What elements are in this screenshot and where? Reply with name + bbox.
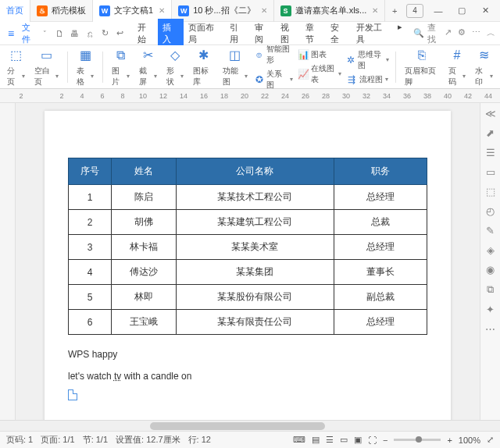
table-row[interactable]: 6王宝峨某某有限责任公司总经理 <box>69 310 427 335</box>
table-cell[interactable]: 王宝峨 <box>112 310 177 335</box>
hamburger-icon[interactable]: ≡ <box>5 27 17 40</box>
sidetool-more-icon[interactable]: ⋯ <box>485 323 495 335</box>
tab-pagelayout[interactable]: 页面布局 <box>184 19 225 48</box>
zoom-in-button[interactable]: + <box>447 436 452 445</box>
rb-picture[interactable]: ⧉图片▾ <box>109 47 132 87</box>
window-count[interactable]: 4 <box>406 4 423 18</box>
share-icon[interactable]: ↗ <box>445 27 452 39</box>
sidetool-box-icon[interactable]: ⬚ <box>486 186 495 197</box>
horizontal-ruler[interactable]: 2246810121416182022242628303234363840424… <box>0 89 500 103</box>
close-icon[interactable]: ✕ <box>261 6 267 15</box>
document-table[interactable]: 序号 姓名 公司名称 职务 1陈启某某技术工程公司总经理2胡佛某某建筑工程公司总… <box>68 158 427 335</box>
rb-relation[interactable]: ✪关系图▾ <box>255 69 294 91</box>
table-cell[interactable]: 某某美术室 <box>176 235 334 260</box>
table-cell[interactable]: 林卡福 <box>112 235 177 260</box>
table-row[interactable]: 3林卡福某某美术室总经理 <box>69 235 427 260</box>
tab-devtools[interactable]: 开发工具 <box>352 19 393 48</box>
scrollbar-thumb[interactable] <box>150 422 325 430</box>
rb-headerfooter[interactable]: ⎘页眉和页脚 <box>402 47 441 87</box>
close-icon[interactable]: ✕ <box>372 6 378 15</box>
view1-icon[interactable]: ▤ <box>312 435 320 445</box>
view4-icon[interactable]: ▣ <box>354 435 362 445</box>
tab-home[interactable]: 首页 <box>0 0 30 22</box>
rb-pagebreak[interactable]: ⬚分页▾ <box>5 47 27 87</box>
search-box[interactable]: 🔍查找 <box>413 22 443 45</box>
tab-insert[interactable]: 插入 <box>158 19 183 48</box>
table-cell[interactable]: 董事长 <box>334 260 427 285</box>
paragraph[interactable]: let's watch tv with a candle on <box>68 371 427 382</box>
rb-table[interactable]: ▦表格▾ <box>74 47 97 87</box>
file-menu[interactable]: 文件 <box>19 22 41 45</box>
sidetool-edit-icon[interactable]: ✎ <box>486 225 495 236</box>
new-doc-icon[interactable]: 🗋 <box>53 27 66 41</box>
rb-chart[interactable]: 📊图表 <box>298 49 341 60</box>
sidetool-diamond-icon[interactable]: ◈ <box>487 244 495 256</box>
expand-icon[interactable]: ⤢ <box>487 435 494 445</box>
status-section[interactable]: 节: 1/1 <box>83 434 108 446</box>
rb-onlinechart[interactable]: 📈在线图表▾ <box>298 63 341 85</box>
table-cell[interactable]: 3 <box>69 235 112 260</box>
table-cell[interactable]: 某某技术工程公司 <box>176 185 334 210</box>
table-cell[interactable]: 总经理 <box>334 310 427 335</box>
table-cell[interactable]: 陈启 <box>112 185 177 210</box>
tab-templates[interactable]: ♨稻壳模板 <box>30 0 93 22</box>
table-row[interactable]: 5林即某某股份有限公司副总裁 <box>69 285 427 310</box>
table-cell[interactable]: 某某集团 <box>176 260 334 285</box>
table-cell[interactable]: 1 <box>69 185 112 210</box>
sidetool-star-icon[interactable]: ✦ <box>486 304 495 315</box>
rb-smartart[interactable]: ⌾智能图形 <box>255 44 294 66</box>
document-canvas[interactable]: 序号 姓名 公司名称 职务 1陈启某某技术工程公司总经理2胡佛某某建筑工程公司总… <box>16 103 480 420</box>
table-cell[interactable]: 总经理 <box>334 235 427 260</box>
tab-section[interactable]: 章节 <box>301 19 326 48</box>
table-cell[interactable]: 总裁 <box>334 210 427 235</box>
rb-watermark[interactable]: ≋水印▾ <box>473 47 495 87</box>
table-cell[interactable]: 2 <box>69 210 112 235</box>
sidetool-collapse-icon[interactable]: ≪ <box>485 108 496 119</box>
table-cell[interactable]: 某某股份有限公司 <box>176 285 334 310</box>
tab-start[interactable]: 开始 <box>133 19 158 48</box>
tab-security[interactable]: 安全 <box>326 19 351 48</box>
status-page-of[interactable]: 页面: 1/1 <box>41 434 74 446</box>
zoom-level[interactable]: 100% <box>459 436 480 445</box>
sidetool-outline-icon[interactable]: ☰ <box>486 147 495 158</box>
view2-icon[interactable]: ☰ <box>326 435 334 445</box>
status-row[interactable]: 行: 12 <box>188 434 211 446</box>
status-page[interactable]: 页码: 1 <box>6 434 33 446</box>
status-position[interactable]: 设置值: 12.7厘米 <box>116 434 180 446</box>
table-cell[interactable]: 5 <box>69 285 112 310</box>
zoom-knob[interactable] <box>416 436 422 443</box>
sidetool-clock-icon[interactable]: ◴ <box>486 205 495 217</box>
fullscreen-icon[interactable]: ⛶ <box>368 436 377 445</box>
table-cell[interactable]: 某某建筑工程公司 <box>176 210 334 235</box>
table-cell[interactable]: 6 <box>69 310 112 335</box>
zoom-slider[interactable] <box>394 439 441 441</box>
paragraph[interactable]: WPS happy <box>68 349 427 360</box>
collapse-ribbon-icon[interactable]: ︿ <box>487 27 495 39</box>
new-tab-button[interactable]: + <box>385 6 404 16</box>
rb-shapes[interactable]: ◇形状▾ <box>164 47 187 87</box>
redo-icon[interactable]: ↻ <box>98 27 112 41</box>
keyboard-icon[interactable]: ⌨ <box>293 435 305 445</box>
table-row[interactable]: 2胡佛某某建筑工程公司总裁 <box>69 210 427 235</box>
chevron-down-icon[interactable]: ˅ <box>43 30 52 37</box>
table-cell[interactable]: 总经理 <box>334 185 427 210</box>
more-icon[interactable]: ⋯ <box>472 27 480 39</box>
view3-icon[interactable]: ▭ <box>340 435 348 445</box>
rb-funcchart[interactable]: ◫功能图▾ <box>220 47 249 87</box>
sidetool-target-icon[interactable]: ◉ <box>486 264 495 276</box>
close-icon[interactable]: ✕ <box>159 6 165 15</box>
table-cell[interactable]: 林即 <box>112 285 177 310</box>
zoom-out-button[interactable]: − <box>383 436 388 445</box>
vertical-ruler[interactable] <box>0 103 16 420</box>
settings-icon[interactable]: ⚙ <box>458 27 466 39</box>
tab-reference[interactable]: 引用 <box>225 19 250 48</box>
print-icon[interactable]: 🖶 <box>68 27 81 41</box>
table-cell[interactable]: 4 <box>69 260 112 285</box>
rb-screenshot[interactable]: ✂截屏▾ <box>137 47 159 87</box>
rb-pagenum[interactable]: #页码▾ <box>446 47 469 87</box>
rb-mindmap[interactable]: ✲思维导图▾ <box>346 49 390 71</box>
format-painter-icon[interactable]: ↩ <box>113 27 127 41</box>
table-cell[interactable]: 副总裁 <box>334 285 427 310</box>
sidetool-copy-icon[interactable]: ⧉ <box>487 283 494 296</box>
sidetool-panel-icon[interactable]: ▭ <box>486 166 495 178</box>
